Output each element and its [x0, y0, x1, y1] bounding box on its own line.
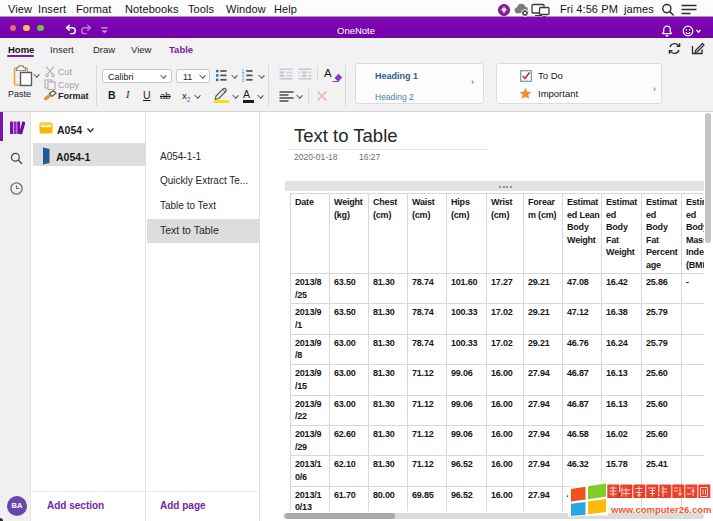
svg-text:3: 3: [242, 78, 245, 82]
